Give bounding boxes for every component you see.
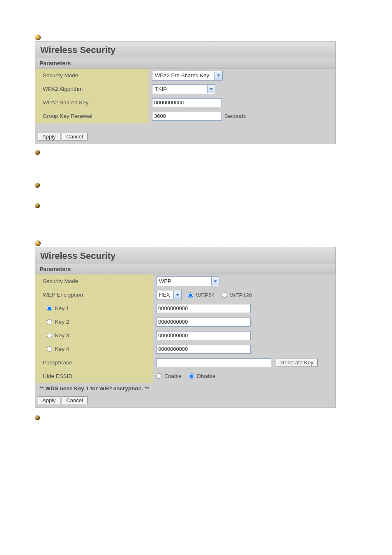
wep-encryption-label: WEP Encryption	[35, 288, 153, 302]
key2-input[interactable]	[156, 318, 251, 327]
row-key4: Key 4	[35, 342, 335, 356]
wds-note: ** WDS uses Key 1 for WEP encryption. **	[35, 383, 335, 394]
bullet-icon	[35, 203, 40, 208]
wireless-security-panel-wep: Wireless Security Parameters Security Mo…	[35, 247, 336, 408]
bullet-icon	[35, 35, 41, 40]
security-mode-label: Security Mode	[35, 274, 153, 288]
key4-input[interactable]	[156, 345, 251, 354]
key1-input[interactable]	[156, 304, 251, 313]
row-security-mode: Security Mode WEP	[35, 274, 335, 288]
security-mode-select[interactable]: WPA2 Pre-Shared Key	[152, 71, 223, 81]
cancel-button[interactable]: Cancel	[62, 396, 87, 404]
chevron-down-icon	[173, 291, 181, 299]
bullet-icon	[35, 183, 40, 188]
chevron-down-icon	[214, 71, 222, 80]
row-passphrase: Passphrase Generate Key	[35, 356, 335, 369]
key3-radio[interactable]: Key 3	[47, 332, 75, 339]
key1-radio[interactable]: Key 1	[47, 305, 75, 311]
hide-essid-disable-radio[interactable]: Disable	[189, 373, 221, 379]
chevron-down-icon	[207, 85, 215, 93]
row-wep-encryption: WEP Encryption HEX WEP64	[35, 288, 335, 302]
row-key3: Key 3	[35, 329, 335, 342]
parameters-table: Security Mode WPA2 Pre-Shared Key WPA2 A…	[35, 69, 335, 123]
generate-key-button[interactable]: Generate Key	[276, 359, 318, 366]
row-key2: Key 2	[35, 315, 335, 329]
row-wpa2-shared-key: WPA2 Shared Key	[35, 96, 335, 109]
security-mode-select[interactable]: WEP	[156, 276, 219, 286]
key3-input[interactable]	[156, 331, 251, 340]
chevron-down-icon	[211, 277, 219, 286]
cancel-button[interactable]: Cancel	[62, 133, 87, 140]
group-key-renewal-input[interactable]	[152, 112, 222, 121]
wep64-radio[interactable]: WEP64	[188, 292, 222, 298]
hide-essid-label: Hide ESSID	[35, 369, 153, 383]
parameters-table: Security Mode WEP WEP Encryption HEX	[35, 274, 335, 383]
bullet-icon	[35, 415, 40, 420]
passphrase-input[interactable]	[156, 358, 271, 367]
wireless-security-panel-wpa2: Wireless Security Parameters Security Mo…	[35, 41, 336, 144]
panel-title: Wireless Security	[35, 247, 335, 264]
bullet-icon	[35, 150, 40, 155]
row-hide-essid: Hide ESSID Enable Disable	[35, 369, 335, 383]
button-bar: Apply Cancel	[35, 394, 335, 408]
row-key1: Key 1	[35, 302, 335, 315]
passphrase-label: Passphrase	[35, 356, 153, 369]
row-security-mode: Security Mode WPA2 Pre-Shared Key	[35, 69, 335, 82]
wpa2-algorithm-select[interactable]: TKIP	[152, 84, 215, 94]
parameters-header: Parameters	[35, 58, 335, 69]
bullet-icon	[35, 240, 41, 246]
group-key-renewal-suffix: Seconds	[224, 113, 246, 119]
key2-radio[interactable]: Key 2	[47, 319, 75, 325]
row-wpa2-algorithm: WPA2 Algorithm TKIP	[35, 82, 335, 96]
security-mode-label: Security Mode	[35, 69, 149, 82]
wpa2-algorithm-label: WPA2 Algorithm	[35, 82, 149, 96]
wpa2-shared-key-input[interactable]	[152, 98, 222, 107]
key4-radio[interactable]: Key 4	[47, 346, 75, 352]
hide-essid-enable-radio[interactable]: Enable	[156, 373, 189, 379]
wpa2-shared-key-label: WPA2 Shared Key	[35, 96, 149, 109]
row-group-key-renewal: Group Key Renewal Seconds	[35, 109, 335, 123]
apply-button[interactable]: Apply	[38, 133, 60, 140]
panel-title: Wireless Security	[35, 41, 335, 58]
group-key-renewal-label: Group Key Renewal	[35, 109, 149, 123]
wep-format-select[interactable]: HEX	[156, 290, 182, 300]
wep128-radio[interactable]: WEP128	[222, 292, 258, 298]
parameters-header: Parameters	[35, 264, 335, 274]
apply-button[interactable]: Apply	[38, 396, 60, 404]
button-bar: Apply Cancel	[35, 130, 335, 144]
